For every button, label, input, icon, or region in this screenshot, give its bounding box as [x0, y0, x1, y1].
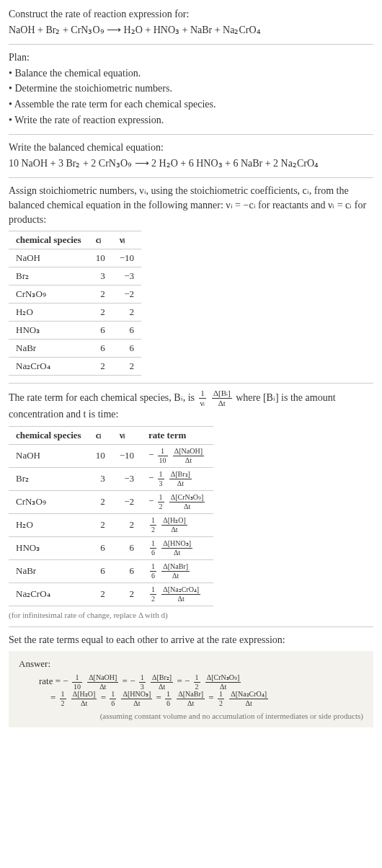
c-cell: 2 — [89, 358, 112, 376]
species-cell: NaBr — [9, 559, 89, 583]
c-cell: 6 — [89, 340, 112, 358]
table-row: H₂O 2 2 12 Δ[H₂O]Δt — [9, 513, 213, 536]
table-row: NaOH 10 −10 − 110 Δ[NaOH]Δt — [9, 444, 213, 467]
table-row: Na₂CrO₄22 — [9, 358, 141, 376]
table2-footnote: (for infinitesimal rate of change, repla… — [9, 611, 373, 619]
species-cell: Br₂ — [9, 467, 89, 490]
table-row: NaBr 6 6 16 Δ[NaBr]Δt — [9, 559, 213, 583]
stoich-table: chemical species cᵢ νᵢ NaOH10−10 Br₂3−3 … — [9, 231, 141, 376]
answer-line2: = 12 Δ[H₂O]Δt = 16 Δ[HNO₃]Δt = 16 Δ[NaBr… — [19, 691, 363, 707]
table-row: HNO₃66 — [9, 322, 141, 340]
v-cell: 6 — [112, 559, 141, 583]
c-cell: 3 — [89, 467, 112, 490]
table-header-row: chemical species cᵢ νᵢ rate term — [9, 426, 213, 444]
v-cell: 6 — [112, 322, 141, 340]
rate-term-cell: 12 Δ[H₂O]Δt — [141, 513, 213, 536]
rate-term-cell: − 13 Δ[Br₂]Δt — [141, 467, 213, 490]
table-row: CrN₃O₉ 2 −2 − 12 Δ[CrN₃O₉]Δt — [9, 490, 213, 513]
divider — [9, 177, 373, 178]
divider — [9, 383, 373, 384]
plan-item: • Balance the chemical equation. — [9, 66, 373, 81]
species-cell: Na₂CrO₄ — [9, 583, 89, 606]
table-row: H₂O22 — [9, 304, 141, 322]
species-cell: NaOH — [9, 444, 89, 467]
species-cell: H₂O — [9, 304, 89, 322]
c-cell: 2 — [89, 583, 112, 606]
balanced-heading: Write the balanced chemical equation: — [9, 141, 373, 155]
plan-heading: Plan: — [9, 50, 373, 65]
rate-term-cell: 12 Δ[Na₂CrO₄]Δt — [141, 583, 213, 606]
v-cell: −3 — [112, 467, 141, 490]
c-cell: 6 — [89, 322, 112, 340]
plan-item: • Assemble the rate term for each chemic… — [9, 97, 373, 112]
table-header: chemical species — [9, 231, 89, 249]
rate-term-cell: − 110 Δ[NaOH]Δt — [141, 444, 213, 467]
c-cell: 2 — [89, 513, 112, 536]
divider — [9, 44, 373, 45]
species-cell: CrN₃O₉ — [9, 285, 89, 304]
v-cell: −2 — [112, 285, 141, 304]
table-header-row: chemical species cᵢ νᵢ — [9, 231, 141, 249]
plan-item: • Determine the stoichiometric numbers. — [9, 81, 373, 96]
answer-line1: rate = − 110 Δ[NaOH]Δt = − 13 Δ[Br₂]Δt =… — [19, 674, 363, 691]
v-cell: 6 — [112, 340, 141, 358]
c-cell: 6 — [89, 536, 112, 559]
table-row: Na₂CrO₄ 2 2 12 Δ[Na₂CrO₄]Δt — [9, 583, 213, 606]
table-row: Br₂3−3 — [9, 267, 141, 285]
v-cell: 2 — [112, 583, 141, 606]
balanced-equation: 10 NaOH + 3 Br₂ + 2 CrN₃O₉ ⟶ 2 H₂O + 6 H… — [9, 156, 373, 171]
c-cell: 3 — [89, 267, 112, 285]
plan-item: • Write the rate of reaction expression. — [9, 113, 373, 128]
v-cell: 2 — [112, 513, 141, 536]
rate-term-cell: 16 Δ[NaBr]Δt — [141, 559, 213, 583]
species-cell: HNO₃ — [9, 322, 89, 340]
answer-box: Answer: rate = − 110 Δ[NaOH]Δt = − 13 Δ[… — [9, 651, 373, 727]
rate-intro-section: The rate term for each chemical species,… — [9, 389, 373, 619]
rate-term-cell: − 12 Δ[CrN₃O₉]Δt — [141, 490, 213, 513]
intro-equation: NaOH + Br₂ + CrN₃O₉ ⟶ H₂O + HNO₃ + NaBr … — [9, 23, 373, 37]
table-row: NaOH10−10 — [9, 249, 141, 267]
assign-text: Assign stoichiometric numbers, νᵢ, using… — [9, 184, 373, 226]
set-equal-section: Set the rate terms equal to each other t… — [9, 633, 373, 728]
v-cell: 6 — [112, 536, 141, 559]
coef-frac: 1 νᵢ — [199, 389, 207, 407]
divider — [9, 134, 373, 135]
c-cell: 6 — [89, 559, 112, 583]
rate-term-table: chemical species cᵢ νᵢ rate term NaOH 10… — [9, 426, 213, 606]
table-row: HNO₃ 6 6 16 Δ[HNO₃]Δt — [9, 536, 213, 559]
plan-section: Plan: • Balance the chemical equation. •… — [9, 50, 373, 127]
table-row: NaBr66 — [9, 340, 141, 358]
species-cell: CrN₃O₉ — [9, 490, 89, 513]
table-header: chemical species — [9, 426, 89, 444]
delta-frac: Δ[Bᵢ] Δt — [212, 389, 232, 407]
c-cell: 10 — [89, 249, 112, 267]
set-equal-text: Set the rate terms equal to each other t… — [9, 633, 373, 647]
rate-eq-label: rate = — [39, 676, 63, 687]
table-header: rate term — [141, 426, 213, 444]
balanced-section: Write the balanced chemical equation: 10… — [9, 141, 373, 170]
assign-section: Assign stoichiometric numbers, νᵢ, using… — [9, 184, 373, 376]
c-cell: 2 — [89, 490, 112, 513]
c-cell: 2 — [89, 285, 112, 304]
table-header: cᵢ — [89, 426, 112, 444]
answer-label: Answer: — [19, 658, 363, 670]
table-header: νᵢ — [112, 426, 141, 444]
intro-title: Construct the rate of reaction expressio… — [9, 7, 373, 22]
v-cell: −3 — [112, 267, 141, 285]
species-cell: NaOH — [9, 249, 89, 267]
rate-intro-part1: The rate term for each chemical species,… — [9, 392, 197, 403]
table-row: Br₂ 3 −3 − 13 Δ[Br₂]Δt — [9, 467, 213, 490]
species-cell: H₂O — [9, 513, 89, 536]
table-header: νᵢ — [112, 231, 141, 249]
species-cell: Na₂CrO₄ — [9, 358, 89, 376]
answer-footnote: (assuming constant volume and no accumul… — [19, 712, 363, 720]
intro-section: Construct the rate of reaction expressio… — [9, 7, 373, 37]
species-cell: NaBr — [9, 340, 89, 358]
c-cell: 10 — [89, 444, 112, 467]
table-header: cᵢ — [89, 231, 112, 249]
table-row: CrN₃O₉2−2 — [9, 285, 141, 304]
rate-intro-text: The rate term for each chemical species,… — [9, 389, 373, 422]
v-cell: 2 — [112, 358, 141, 376]
v-cell: 2 — [112, 304, 141, 322]
c-cell: 2 — [89, 304, 112, 322]
